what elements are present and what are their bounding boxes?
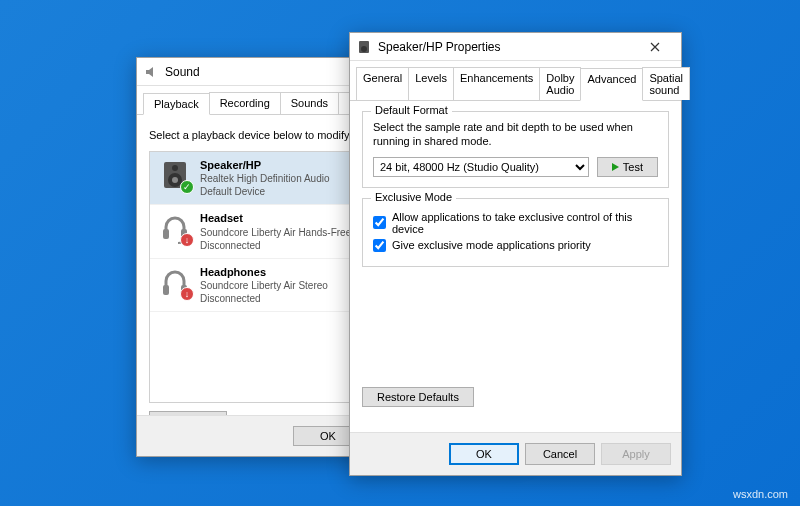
speaker-icon: ✓ [158,158,192,192]
device-status: Disconnected [200,239,351,252]
group-description: Select the sample rate and bit depth to … [373,120,658,149]
tab-advanced[interactable]: Advanced [580,68,643,101]
sound-icon [143,64,159,80]
tabs: General Levels Enhancements Dolby Audio … [350,61,681,101]
device-driver: Soundcore Liberty Air Hands-Free [200,226,351,239]
device-status: Default Device [200,185,330,198]
device-driver: Realtek High Definition Audio [200,172,330,185]
watermark: wsxdn.com [733,488,788,500]
exclusive-mode-group: Exclusive Mode Allow applications to tak… [362,198,669,267]
tab-levels[interactable]: Levels [408,67,454,100]
disconnected-badge-icon [180,287,194,301]
play-icon [612,163,619,171]
checkbox-label: Allow applications to take exclusive con… [392,211,658,235]
device-name: Speaker/HP [200,158,330,172]
group-title: Exclusive Mode [371,191,456,203]
close-button[interactable] [635,34,675,60]
tab-spatial-sound[interactable]: Spatial sound [642,67,690,100]
apply-button[interactable]: Apply [601,443,671,465]
checkbox-label: Give exclusive mode applications priorit… [392,239,591,251]
svg-point-3 [172,165,178,171]
headphones-icon [158,265,192,299]
sample-rate-select[interactable]: 24 bit, 48000 Hz (Studio Quality) [373,157,589,177]
device-name: Headphones [200,265,328,279]
device-driver: Soundcore Liberty Air Stereo [200,279,328,292]
restore-defaults-button[interactable]: Restore Defaults [362,387,474,407]
test-label: Test [623,161,643,173]
tab-enhancements[interactable]: Enhancements [453,67,540,100]
group-title: Default Format [371,104,452,116]
default-format-group: Default Format Select the sample rate an… [362,111,669,188]
headset-icon [158,211,192,245]
dialog-buttons: OK Cancel Apply [350,432,681,475]
exclusive-control-option[interactable]: Allow applications to take exclusive con… [373,211,658,235]
speaker-icon [356,39,372,55]
test-button[interactable]: Test [597,157,658,177]
exclusive-priority-checkbox[interactable] [373,239,386,252]
window-title: Speaker/HP Properties [378,40,635,54]
svg-point-9 [361,46,367,52]
device-name: Headset [200,211,351,225]
title-bar: Speaker/HP Properties [350,33,681,61]
default-badge-icon: ✓ [180,180,194,194]
tab-general[interactable]: General [356,67,409,100]
exclusive-priority-option[interactable]: Give exclusive mode applications priorit… [373,239,658,252]
tab-dolby-audio[interactable]: Dolby Audio [539,67,581,100]
svg-rect-6 [163,285,169,295]
ok-button[interactable]: OK [449,443,519,465]
svg-rect-4 [163,229,169,239]
device-status: Disconnected [200,292,328,305]
cancel-button[interactable]: Cancel [525,443,595,465]
svg-point-2 [172,177,178,183]
tab-playback[interactable]: Playback [143,93,210,115]
tab-recording[interactable]: Recording [209,92,281,114]
properties-window: Speaker/HP Properties General Levels Enh… [349,32,682,476]
tab-content: Default Format Select the sample rate an… [350,101,681,467]
exclusive-control-checkbox[interactable] [373,216,386,229]
tab-sounds[interactable]: Sounds [280,92,339,114]
